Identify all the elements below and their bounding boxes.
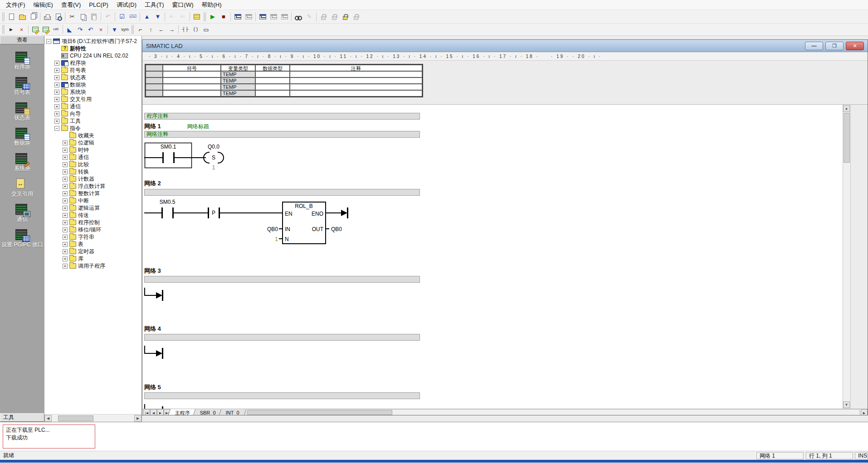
- coil-q00[interactable]: S Q0.0 1: [204, 144, 224, 171]
- tree-item-工具[interactable]: +工具: [44, 117, 141, 125]
- row-header[interactable]: [146, 71, 163, 77]
- symbol-info-table-button[interactable]: ▼: [109, 24, 120, 34]
- tree-item-时钟[interactable]: +时钟: [44, 146, 141, 154]
- tree-item-符号表[interactable]: +符号表: [44, 67, 141, 74]
- tree-item-表[interactable]: +表: [44, 241, 141, 248]
- nav-item-交叉引用[interactable]: 交叉引用: [1, 178, 43, 197]
- tree-item-传送[interactable]: +传送: [44, 212, 141, 219]
- tab-主程序[interactable]: 主程序: [167, 409, 197, 415]
- n-operand[interactable]: 1: [275, 236, 278, 242]
- tree-expander-icon[interactable]: +: [63, 140, 68, 145]
- network-2-comment-bar[interactable]: [144, 189, 420, 196]
- cell-symbol[interactable]: [163, 77, 221, 84]
- bookmark-clear-button[interactable]: ×: [16, 24, 27, 34]
- menu-帮助[interactable]: 帮助(H): [198, 0, 226, 10]
- stop-button[interactable]: ■: [218, 11, 229, 22]
- cell-data-type[interactable]: [255, 90, 290, 96]
- restore-button[interactable]: ❐: [825, 42, 844, 50]
- scrollbar-thumb[interactable]: [58, 415, 93, 421]
- tree-expander-icon[interactable]: +: [63, 206, 68, 211]
- editor-vertical-scrollbar[interactable]: ▲ ▼: [843, 105, 850, 409]
- force-gold-button[interactable]: [340, 11, 351, 22]
- close-button[interactable]: ✕: [846, 42, 864, 50]
- print-preview-button[interactable]: [53, 11, 63, 22]
- nav-item-数据块[interactable]: 数据块: [1, 128, 43, 146]
- network-3-comment-bar[interactable]: [144, 276, 420, 283]
- cell-comment[interactable]: [290, 71, 422, 77]
- tree-expander-icon[interactable]: +: [54, 75, 59, 80]
- tree-item-状态表[interactable]: +状态表: [44, 74, 141, 81]
- tree-item-程序块[interactable]: +程序块: [44, 59, 141, 67]
- tree-expander-icon[interactable]: +: [54, 61, 59, 66]
- nav-item-设置 PG/PC 接口[interactable]: 设置 PG/PC 接口: [1, 229, 43, 248]
- tree-expander-icon[interactable]: +: [54, 111, 59, 116]
- cell-symbol[interactable]: [163, 84, 221, 90]
- network-2-ladder[interactable]: SM0.5 P ROL_B: [144, 198, 516, 246]
- symbol-table-edit-button[interactable]: [40, 24, 51, 34]
- contact-sm05[interactable]: SM0.5: [160, 199, 176, 218]
- sym-toggle-button[interactable]: sym: [120, 24, 130, 34]
- run-button[interactable]: ▶: [207, 11, 218, 22]
- tree-item-库[interactable]: +库: [44, 255, 141, 262]
- view-glasses-button[interactable]: [293, 11, 304, 22]
- tree-item-浮点数计算[interactable]: +浮点数计算: [44, 183, 141, 190]
- tree-item-位逻辑[interactable]: +位逻辑: [44, 139, 141, 146]
- bookmark-next-button[interactable]: ▶: [6, 24, 16, 34]
- tree-expander-icon[interactable]: +: [63, 220, 68, 225]
- address-toggle-button[interactable]: HR: [51, 24, 61, 34]
- rewind-network-button[interactable]: ↷: [75, 24, 85, 34]
- cell-comment[interactable]: [290, 77, 422, 84]
- upload-button[interactable]: ▲: [141, 11, 152, 22]
- tree-item-字符串[interactable]: +字符串: [44, 233, 141, 241]
- tree-expander-icon[interactable]: +: [63, 235, 68, 240]
- row-header[interactable]: [146, 84, 163, 90]
- tree-expander-icon[interactable]: +: [63, 148, 68, 153]
- contact-sm01[interactable]: SM0.1: [161, 144, 176, 163]
- tree-item-CPU 224 UN REL 02.02[interactable]: CPU 224 UN REL 02.02: [44, 52, 141, 59]
- tree-expander-icon[interactable]: +: [63, 264, 68, 269]
- in-operand[interactable]: QB0: [267, 226, 278, 232]
- tree-item-计数器[interactable]: +计数器: [44, 175, 141, 183]
- tree-expander-icon[interactable]: +: [54, 97, 59, 102]
- tree-expander-icon[interactable]: +: [54, 90, 59, 95]
- tree-item-转换[interactable]: +转换: [44, 168, 141, 175]
- scrollbar-thumb[interactable]: [247, 410, 392, 415]
- scroll-up-icon[interactable]: ▲: [843, 105, 850, 112]
- scrollbar-thumb[interactable]: [844, 113, 850, 163]
- tree-item-调用子程序[interactable]: +调用子程序: [44, 262, 141, 270]
- network-1-comment-bar[interactable]: 网络注释: [144, 131, 420, 138]
- tree-expander-icon[interactable]: +: [63, 213, 68, 218]
- tree-expander-icon[interactable]: −: [54, 126, 59, 131]
- cell-var-type[interactable]: TEMP: [221, 90, 255, 96]
- nav-item-系统块[interactable]: 系统块: [1, 153, 43, 172]
- tree-item-逻辑运算[interactable]: +逻辑运算: [44, 204, 141, 212]
- network-4-ladder[interactable]: [144, 346, 171, 361]
- tree-item-数据块[interactable]: +数据块: [44, 81, 141, 88]
- tree-item-中断[interactable]: +中断: [44, 197, 141, 204]
- tree-expander-icon[interactable]: +: [54, 104, 59, 109]
- line-up-button[interactable]: ↑: [146, 24, 156, 34]
- tree-item-收藏夹[interactable]: 收藏夹: [44, 132, 141, 139]
- cell-symbol[interactable]: [163, 71, 221, 77]
- network-1-ladder[interactable]: SM0.1 S Q0.0 1: [144, 140, 425, 172]
- scroll-right-icon[interactable]: ▶: [134, 415, 141, 422]
- tree-expander-icon[interactable]: +: [63, 242, 68, 247]
- cell-comment[interactable]: [290, 90, 422, 96]
- insert-coil-button[interactable]: ( ): [190, 24, 201, 34]
- nav-tools-header[interactable]: 工具: [0, 413, 44, 422]
- cell-comment[interactable]: [290, 84, 422, 90]
- options-button[interactable]: [191, 11, 202, 22]
- tree-expander-icon[interactable]: +: [63, 198, 68, 203]
- compile-button[interactable]: ☑: [117, 11, 127, 22]
- tree-expander-icon[interactable]: +: [63, 162, 68, 167]
- nav-item-程序块[interactable]: 程序块: [1, 52, 43, 70]
- tree-expander-icon[interactable]: +: [63, 249, 68, 254]
- open-file-button[interactable]: [17, 11, 28, 22]
- compile-all-button[interactable]: ☑☑: [127, 11, 138, 22]
- menu-工具[interactable]: 工具(T): [141, 0, 168, 10]
- tree-expander-icon[interactable]: −: [46, 39, 51, 44]
- line-left-button[interactable]: ←: [156, 24, 166, 34]
- tree-expander-icon[interactable]: +: [54, 119, 59, 124]
- scroll-right-icon[interactable]: ▶: [861, 409, 868, 415]
- positive-edge-contact[interactable]: P: [208, 207, 220, 218]
